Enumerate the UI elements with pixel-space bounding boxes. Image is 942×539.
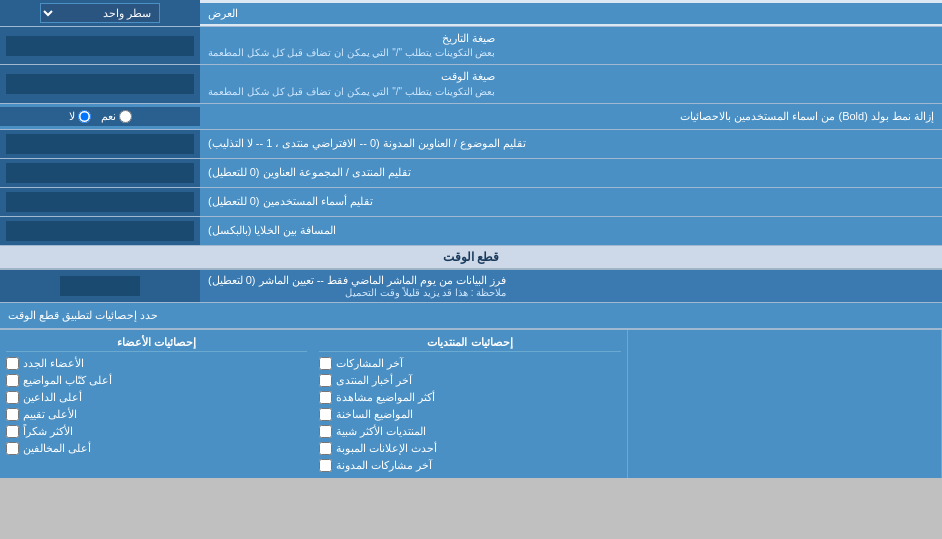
checkbox-most-viewed-label: أكثر المواضيع مشاهدة <box>336 391 435 404</box>
forum-titles-input-container: 33 <box>0 159 200 187</box>
user-names-row: تقليم أسماء المستخدمين (0 للتعطيل) 0 <box>0 188 942 217</box>
checkbox-item-most-thanked: الأكثر شكراً <box>6 423 307 440</box>
checkbox-item-top-inviters: أعلى الداعين <box>6 389 307 406</box>
checkbox-hot-topics-label: المواضيع الساخنة <box>336 408 413 421</box>
checkbox-item-new-members: الأعضاء الجدد <box>6 355 307 372</box>
checkbox-classifieds-label: أحدث الإعلانات المبوبة <box>336 442 437 455</box>
checkbox-most-thanked-label: الأكثر شكراً <box>23 425 73 438</box>
checkbox-active-forums[interactable] <box>319 425 332 438</box>
checkbox-highest-rated-label: الأعلى تقييم <box>23 408 77 421</box>
time-cut-value-row: فرز البيانات من يوم الماشر الماضي فقط --… <box>0 270 942 303</box>
bold-yes-radio[interactable] <box>119 110 132 123</box>
checkbox-item-top-posters: أعلى كتّاب المواضيع <box>6 372 307 389</box>
time-cut-row-sublabel: ملاحظة : هذا قد يزيد قليلاً وقت التحميل <box>208 287 506 298</box>
topic-titles-input[interactable]: 33 <box>6 134 194 154</box>
time-format-title: صيغة الوقت <box>208 69 495 84</box>
time-cut-header: قطع الوقت <box>0 246 942 270</box>
checkbox-item-highest-rated: الأعلى تقييم <box>6 406 307 423</box>
checkbox-new-members[interactable] <box>6 357 19 370</box>
cell-gap-input[interactable]: 2 <box>6 221 194 241</box>
checkbox-top-violators[interactable] <box>6 442 19 455</box>
checkbox-top-posters[interactable] <box>6 374 19 387</box>
cell-gap-row: المسافة بين الخلايا (بالبكسل) 2 <box>0 217 942 246</box>
view-dropdown[interactable]: سطر واحدسطرينثلاثة أسطر <box>40 3 160 23</box>
date-format-input[interactable]: d-m <box>6 36 194 56</box>
time-format-input[interactable]: H:i <box>6 74 194 94</box>
user-names-label: تقليم أسماء المستخدمين (0 للتعطيل) <box>200 188 942 216</box>
topic-titles-label: تقليم الموضوع / العناوين المدونة (0 -- ا… <box>200 130 942 158</box>
checkbox-new-members-label: الأعضاء الجدد <box>23 357 84 370</box>
checkbox-item-hot-topics: المواضيع الساخنة <box>319 406 620 423</box>
top-dropdown-label: العرض <box>200 3 942 24</box>
date-format-input-container: d-m <box>0 27 200 64</box>
checkbox-top-inviters-label: أعلى الداعين <box>23 391 82 404</box>
bold-yes-label[interactable]: نعم <box>101 110 132 123</box>
checkbox-top-inviters[interactable] <box>6 391 19 404</box>
limit-stats-label: حدد إحصائيات لتطبيق قطع الوقت <box>0 303 942 328</box>
checkboxes-col2: إحصائيات المنتديات آخر المشاركات آخر أخب… <box>313 330 627 478</box>
bold-yes-text: نعم <box>101 110 116 123</box>
checkbox-classifieds[interactable] <box>319 442 332 455</box>
dropdown-label-text: العرض <box>208 7 238 20</box>
time-cut-value-cell: 0 <box>0 270 200 302</box>
col2-header: إحصائيات المنتديات <box>319 334 620 352</box>
checkbox-item-classifieds: أحدث الإعلانات المبوبة <box>319 440 620 457</box>
checkbox-blog-posts[interactable] <box>319 459 332 472</box>
cell-gap-input-container: 2 <box>0 217 200 245</box>
checkbox-top-violators-label: أعلى المخالفين <box>23 442 91 455</box>
checkbox-item-top-violators: أعلى المخالفين <box>6 440 307 457</box>
checkbox-forum-news[interactable] <box>319 374 332 387</box>
bold-remove-row: إزالة نمط بولد (Bold) من اسماء المستخدمي… <box>0 104 942 130</box>
date-format-label: صيغة التاريخ بعض التكوينات يتطلب "/" الت… <box>200 27 942 64</box>
time-cut-row-label: فرز البيانات من يوم الماشر الماضي فقط --… <box>208 274 506 287</box>
limit-stats-row: حدد إحصائيات لتطبيق قطع الوقت <box>0 303 942 329</box>
checkboxes-col3 <box>628 330 942 478</box>
bold-remove-options: نعم لا <box>0 107 200 126</box>
top-dropdown-row: العرض سطر واحدسطرينثلاثة أسطر <box>0 0 942 27</box>
checkbox-last-posts[interactable] <box>319 357 332 370</box>
topic-titles-input-container: 33 <box>0 130 200 158</box>
cell-gap-label: المسافة بين الخلايا (بالبكسل) <box>200 217 942 245</box>
checkbox-highest-rated[interactable] <box>6 408 19 421</box>
time-format-input-container: H:i <box>0 65 200 102</box>
bold-no-text: لا <box>69 110 75 123</box>
user-names-input-container: 0 <box>0 188 200 216</box>
forum-titles-input[interactable]: 33 <box>6 163 194 183</box>
top-dropdown-container: سطر واحدسطرينثلاثة أسطر <box>0 0 200 26</box>
checkbox-item-most-viewed: أكثر المواضيع مشاهدة <box>319 389 620 406</box>
checkbox-item-active-forums: المنتديات الأكثر شبية <box>319 423 620 440</box>
topic-titles-row: تقليم الموضوع / العناوين المدونة (0 -- ا… <box>0 130 942 159</box>
time-cut-input[interactable]: 0 <box>60 276 140 296</box>
bold-no-radio[interactable] <box>78 110 91 123</box>
checkbox-last-posts-label: آخر المشاركات <box>336 357 403 370</box>
checkboxes-col1: إحصائيات الأعضاء الأعضاء الجدد أعلى كتّا… <box>0 330 313 478</box>
forum-titles-row: تقليم المنتدى / المجموعة العناوين (0 للت… <box>0 159 942 188</box>
forum-titles-label: تقليم المنتدى / المجموعة العناوين (0 للت… <box>200 159 942 187</box>
checkbox-item-forum-news: آخر أخبار المنتدى <box>319 372 620 389</box>
bold-remove-label: إزالة نمط بولد (Bold) من اسماء المستخدمي… <box>200 106 942 127</box>
checkbox-item-blog-posts: آخر مشاركات المدونة <box>319 457 620 474</box>
checkbox-blog-posts-label: آخر مشاركات المدونة <box>336 459 432 472</box>
bold-no-label[interactable]: لا <box>69 110 91 123</box>
checkbox-forum-news-label: آخر أخبار المنتدى <box>336 374 412 387</box>
time-format-label: صيغة الوقت بعض التكوينات يتطلب "/" التي … <box>200 65 942 102</box>
checkbox-most-viewed[interactable] <box>319 391 332 404</box>
date-format-row: صيغة التاريخ بعض التكوينات يتطلب "/" الت… <box>0 27 942 65</box>
checkbox-top-posters-label: أعلى كتّاب المواضيع <box>23 374 112 387</box>
checkbox-most-thanked[interactable] <box>6 425 19 438</box>
checkbox-item-last-posts: آخر المشاركات <box>319 355 620 372</box>
checkboxes-container: إحصائيات المنتديات آخر المشاركات آخر أخب… <box>0 329 942 478</box>
time-format-sublabel: بعض التكوينات يتطلب "/" التي يمكن ان تضا… <box>208 85 495 99</box>
date-format-title: صيغة التاريخ <box>208 31 495 46</box>
user-names-input[interactable]: 0 <box>6 192 194 212</box>
checkbox-active-forums-label: المنتديات الأكثر شبية <box>336 425 426 438</box>
time-format-row: صيغة الوقت بعض التكوينات يتطلب "/" التي … <box>0 65 942 103</box>
date-format-sublabel: بعض التكوينات يتطلب "/" التي يمكن ان تضا… <box>208 46 495 60</box>
checkbox-hot-topics[interactable] <box>319 408 332 421</box>
time-cut-main-label: فرز البيانات من يوم الماشر الماضي فقط --… <box>200 270 942 302</box>
col1-header: إحصائيات الأعضاء <box>6 334 307 352</box>
